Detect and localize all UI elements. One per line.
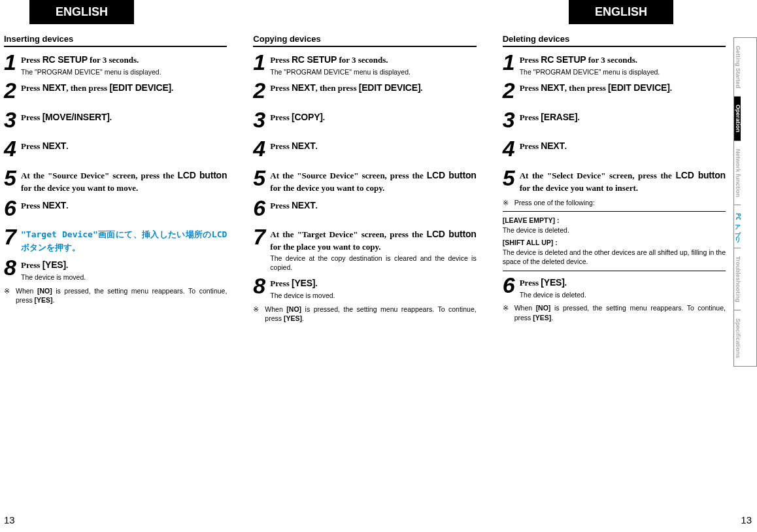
step-text: At the "Source Device" screen, press the… (21, 169, 227, 194)
tab-network-function[interactable]: Network function (734, 141, 741, 206)
step-text: Press NEXT. (21, 199, 227, 212)
step-number: 4 (4, 139, 21, 159)
step-1: 1 Press RC SETUP for 3 seconds. The "PRO… (4, 52, 227, 76)
step-text: Press [YES]. (520, 276, 726, 290)
step-number: 4 (253, 139, 270, 159)
manual-page: ENGLISH ENGLISH Inserting devices 1 Pres… (0, 0, 757, 532)
step-8: 8 Press [YES]. The device is moved. (253, 276, 476, 300)
step-2: 2 Press NEXT, then press [EDIT DEVICE]. (253, 80, 476, 101)
step-5: 5 At the "Source Device" screen, press t… (253, 168, 476, 194)
step-number: 2 (4, 80, 21, 101)
step-text: Press [MOVE/INSERT]. (21, 111, 227, 124)
step-6: 6 Press NEXT. (253, 198, 476, 218)
note-mark: ※ (503, 198, 514, 208)
step-text-jp: "Target Device"画面にて、挿入したい場所のLCDボタンを押す。 (21, 228, 227, 254)
footnote: ※ When [NO] is pressed, the setting menu… (253, 305, 476, 324)
option-leave-empty: [LEAVE EMPTY] : The device is deleted. (503, 216, 726, 235)
step-number: 8 (4, 258, 21, 282)
step-4: 4 Press NEXT. (503, 139, 726, 159)
page-number-left: 13 (4, 514, 15, 525)
step-text: Press [YES]. (270, 277, 476, 290)
step-number: 7 (253, 227, 270, 272)
language-tab-right: ENGLISH (569, 0, 673, 24)
step-subtext: The device at the copy destination is cl… (270, 254, 476, 272)
step-1: 1 Press RC SETUP for 3 seconds. The "PRO… (503, 52, 726, 76)
option-intro: ※ Press one of the following: (503, 198, 726, 208)
step-text: Press NEXT. (270, 140, 476, 153)
step-text: Press NEXT, then press [EDIT DEVICE]. (520, 82, 726, 95)
step-text: Press NEXT. (270, 199, 476, 212)
language-tab-left: ENGLISH (29, 0, 134, 24)
step-6: 6 Press [YES]. The device is deleted. (503, 275, 726, 299)
step-subtext: The "PROGRAM DEVICE" menu is displayed. (270, 68, 476, 77)
step-number: 6 (503, 275, 520, 299)
step-number: 3 (253, 110, 270, 130)
tab-operation[interactable]: Operation (734, 97, 741, 141)
step-number: 4 (503, 139, 520, 159)
step-number: 1 (503, 52, 520, 76)
section-title: Inserting devices (4, 34, 227, 47)
option-label: [SHIFT ALL UP] : (503, 238, 726, 248)
step-2: 2 Press NEXT, then press [EDIT DEVICE]. (503, 80, 726, 101)
divider (503, 271, 726, 271)
step-subtext: The "PROGRAM DEVICE" menu is displayed. (520, 68, 726, 77)
tab-getting-started[interactable]: Getting Started (734, 38, 741, 97)
step-2: 2 Press NEXT, then press [EDIT DEVICE]. (4, 80, 227, 101)
note-text: When [NO] is pressed, the setting menu r… (514, 303, 726, 322)
tab-pc-app[interactable]: PCアプリ (734, 205, 741, 248)
footnote: ※ When [NO] is pressed, the setting menu… (4, 286, 227, 305)
step-number: 5 (503, 168, 520, 194)
step-subtext: The "PROGRAM DEVICE" menu is displayed. (21, 68, 227, 77)
content-columns: Inserting devices 1 Press RC SETUP for 3… (4, 34, 726, 324)
step-number: 6 (253, 198, 270, 218)
step-8: 8 Press [YES]. The device is moved. (4, 258, 227, 282)
step-4: 4 Press NEXT. (4, 139, 227, 159)
note-text: When [NO] is pressed, the setting menu r… (16, 286, 227, 305)
side-tabs: Getting Started Operation Network functi… (733, 37, 757, 367)
step-text: Press NEXT. (21, 140, 227, 153)
step-text: Press RC SETUP for 3 seconds. (270, 54, 476, 67)
tab-troubleshooting[interactable]: Troubleshooting (734, 248, 741, 311)
option-shift-all-up: [SHIFT ALL UP] : The device is deleted a… (503, 238, 726, 267)
step-text: Press NEXT, then press [EDIT DEVICE]. (270, 82, 476, 95)
step-text: Press [COPY]. (270, 111, 476, 124)
step-number: 8 (253, 276, 270, 300)
step-number: 6 (4, 198, 21, 218)
step-number: 1 (253, 52, 270, 76)
note-text: Press one of the following: (514, 198, 726, 208)
step-subtext: The device is moved. (270, 291, 476, 301)
note-text: When [NO] is pressed, the setting menu r… (265, 305, 476, 324)
step-4: 4 Press NEXT. (253, 139, 476, 159)
section-title: Copying devices (253, 34, 476, 47)
tab-specifications[interactable]: Specifications (734, 310, 741, 366)
divider (503, 211, 726, 212)
step-number: 3 (503, 110, 520, 130)
step-number: 5 (4, 168, 21, 194)
step-text: At the "Source Device" screen, press the… (270, 169, 476, 194)
column-copying: Copying devices 1 Press RC SETUP for 3 s… (253, 34, 476, 324)
footnote: ※ When [NO] is pressed, the setting menu… (503, 303, 726, 322)
step-3: 3 Press [COPY]. (253, 110, 476, 130)
step-text: Press NEXT. (520, 140, 726, 153)
step-5: 5 At the "Source Device" screen, press t… (4, 168, 227, 194)
note-mark: ※ (4, 286, 16, 305)
option-text: The device is deleted and the other devi… (503, 248, 726, 267)
step-1: 1 Press RC SETUP for 3 seconds. The "PRO… (253, 52, 476, 76)
step-7: 7 At the "Target Device" screen, press t… (253, 227, 476, 272)
step-5: 5 At the "Select Device" screen, press t… (503, 168, 726, 194)
step-3: 3 Press [ERASE]. (503, 110, 726, 130)
step-number: 2 (503, 80, 520, 101)
column-deleting: Deleting devices 1 Press RC SETUP for 3 … (503, 34, 726, 324)
step-subtext: The device is moved. (21, 273, 227, 282)
step-text: Press RC SETUP for 3 seconds. (21, 54, 227, 67)
step-6: 6 Press NEXT. (4, 198, 227, 218)
step-number: 3 (4, 110, 21, 130)
step-text: At the "Target Device" screen, press the… (270, 228, 476, 253)
step-number: 2 (253, 80, 270, 101)
step-text: Press [YES]. (21, 259, 227, 272)
step-number: 1 (4, 52, 21, 76)
step-number: 5 (253, 168, 270, 194)
step-7: 7 "Target Device"画面にて、挿入したい場所のLCDボタンを押す。 (4, 227, 227, 254)
step-3: 3 Press [MOVE/INSERT]. (4, 110, 227, 130)
step-text: Press NEXT, then press [EDIT DEVICE]. (21, 82, 227, 95)
